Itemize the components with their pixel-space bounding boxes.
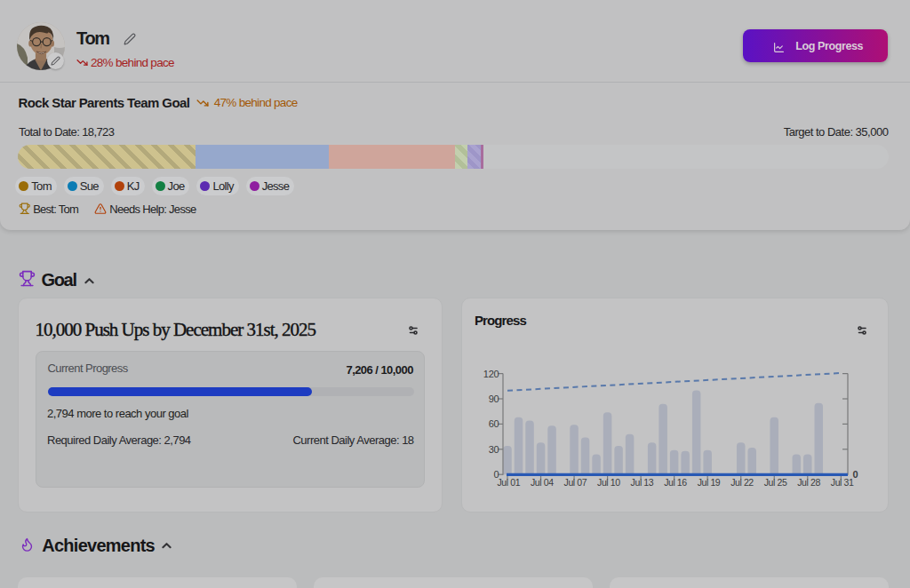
svg-text:Jul 22: Jul 22: [730, 477, 754, 488]
svg-text:90: 90: [489, 393, 499, 404]
svg-text:Jul 28: Jul 28: [797, 477, 820, 488]
svg-text:Jul 01: Jul 01: [497, 477, 520, 488]
svg-text:Jul 16: Jul 16: [664, 477, 687, 488]
svg-text:Jul 13: Jul 13: [631, 477, 654, 488]
svg-text:60: 60: [489, 418, 499, 429]
svg-text:120: 120: [483, 368, 499, 378]
svg-text:Jul 19: Jul 19: [698, 477, 721, 488]
svg-text:Jul 31: Jul 31: [831, 477, 854, 488]
svg-text:Jul 07: Jul 07: [564, 477, 587, 488]
svg-text:Jul 04: Jul 04: [531, 477, 554, 488]
svg-text:30: 30: [489, 444, 499, 455]
svg-text:Jul 10: Jul 10: [597, 477, 620, 488]
svg-text:Jul 25: Jul 25: [764, 477, 787, 488]
